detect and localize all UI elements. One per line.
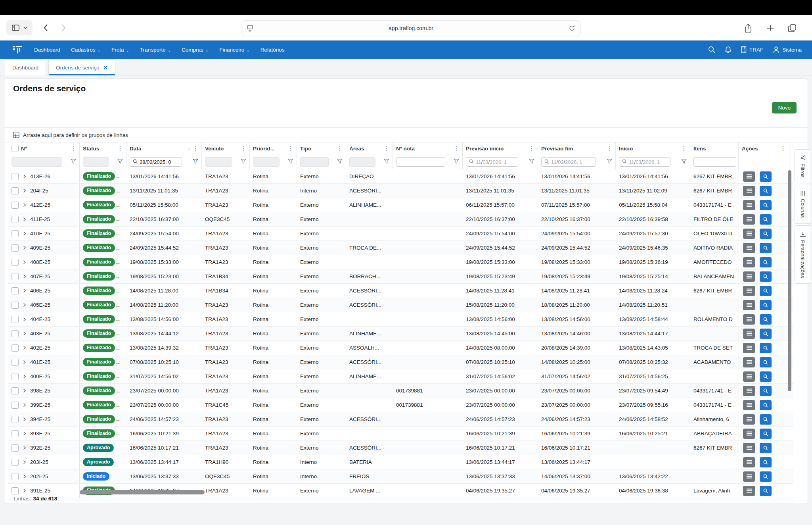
row-menu-button[interactable] [743, 343, 755, 353]
column-header-no[interactable]: Nº⋮ [8, 142, 80, 154]
column-header-nota[interactable]: Nº nota⋮ [393, 142, 463, 154]
row-menu-button[interactable] [743, 286, 755, 296]
filter-funnel-icon[interactable] [117, 158, 123, 165]
filter-funnel-icon[interactable] [337, 158, 343, 165]
row-menu-button[interactable] [743, 414, 755, 425]
row-menu-button[interactable] [743, 271, 755, 282]
dock-tab-filtros[interactable]: Filtros [795, 149, 810, 183]
column-menu-icon[interactable]: ⋮ [780, 145, 786, 152]
notifications-bell-icon[interactable] [725, 46, 732, 54]
column-menu-icon[interactable]: ⋮ [607, 145, 612, 152]
row-menu-button[interactable] [743, 243, 755, 253]
row-checkbox[interactable] [11, 473, 19, 480]
row-checkbox[interactable] [11, 344, 19, 352]
new-order-button[interactable]: Novo [772, 102, 797, 113]
row-menu-button[interactable] [743, 200, 755, 210]
filter-funnel-icon[interactable] [71, 158, 76, 165]
row-view-button[interactable] [760, 357, 772, 367]
expand-chevron-icon[interactable] [22, 303, 27, 307]
filter-funnel-icon[interactable] [529, 158, 534, 165]
row-menu-button[interactable] [743, 443, 755, 453]
row-menu-button[interactable] [743, 429, 755, 439]
vertical-scrollbar[interactable] [788, 170, 791, 391]
dock-tab-personalizacoes[interactable]: Personalizações [795, 225, 810, 284]
row-checkbox[interactable] [11, 416, 19, 423]
tab-dashboard[interactable]: Dashboard [5, 59, 46, 75]
filter-input-inicio[interactable]: 11/03/2026, 1 [619, 157, 670, 167]
column-menu-icon[interactable]: ⋮ [193, 145, 198, 152]
table-row[interactable]: 203I-25Aprovado13/06/2025 13:44:17TRA1H9… [8, 455, 793, 469]
row-view-button[interactable] [760, 214, 772, 225]
column-header-acoes[interactable]: Ações⋮ [739, 142, 789, 154]
table-row[interactable]: 393E-25Finalizado..16/06/2025 10:21:39TR… [8, 427, 793, 441]
table-row[interactable]: 406E-25Finalizado..14/08/2025 11:28:00TR… [8, 284, 793, 298]
column-menu-icon[interactable]: ⋮ [288, 145, 293, 152]
row-view-button[interactable] [760, 286, 772, 296]
nav-item-compras[interactable]: Compras⌄ [182, 47, 209, 53]
expand-chevron-icon[interactable] [22, 246, 27, 250]
column-menu-icon[interactable]: ⋮ [117, 145, 123, 152]
column-header-itens[interactable]: Itens [690, 142, 739, 154]
table-row[interactable]: 413E-26Finalizado..13/01/2026 14:41:56TR… [8, 169, 793, 184]
row-checkbox[interactable] [11, 173, 19, 180]
expand-chevron-icon[interactable] [22, 417, 27, 421]
nav-item-transporte[interactable]: Transporte⌄ [140, 47, 171, 53]
table-row[interactable]: 412E-25Finalizado..05/11/2025 15:58:00TR… [8, 198, 793, 212]
table-row[interactable]: 400E-25Finalizado..31/07/2025 14:56:02TR… [8, 369, 793, 384]
expand-chevron-icon[interactable] [22, 403, 27, 407]
row-menu-button[interactable] [743, 257, 755, 267]
search-icon[interactable] [708, 46, 715, 53]
table-row[interactable]: 202I-25Iniciado13/06/2025 13:37:33OQE3C4… [8, 469, 793, 484]
expand-chevron-icon[interactable] [22, 174, 27, 179]
row-menu-button[interactable] [743, 471, 755, 482]
column-menu-icon[interactable]: ⋮ [384, 145, 389, 152]
filter-input-itens[interactable] [693, 157, 736, 167]
table-row[interactable]: 394E-25Finalizado..24/06/2025 14:57:23TR… [8, 412, 793, 427]
column-header-inicio[interactable]: Início⋮ [616, 142, 690, 154]
org-switcher[interactable]: TRAF [741, 46, 763, 53]
table-row[interactable]: 403E-25Finalizado..13/08/2025 14:44:12TR… [8, 327, 793, 341]
row-menu-button[interactable] [743, 229, 755, 239]
back-icon[interactable] [44, 24, 48, 31]
active-filter-funnel-icon[interactable] [193, 158, 198, 165]
filter-input-prev_fim[interactable]: 11/03/2026, 1 [541, 157, 596, 167]
row-view-button[interactable] [760, 171, 772, 182]
row-view-button[interactable] [760, 186, 772, 196]
filter-input-prev_inicio[interactable]: 11/03/2026, 1 [466, 157, 518, 167]
filter-funnel-icon[interactable] [454, 158, 459, 165]
row-view-button[interactable] [760, 229, 772, 239]
traflog-logo-icon[interactable] [12, 44, 24, 56]
row-menu-button[interactable] [743, 371, 755, 382]
table-row[interactable]: 399E-25Finalizado..23/07/2025 00:00:00TR… [8, 398, 793, 412]
sort-desc-icon[interactable]: ↓ [188, 146, 190, 152]
page-preview-icon[interactable] [247, 25, 253, 32]
row-menu-button[interactable] [743, 357, 755, 367]
nav-item-relatorios[interactable]: Relatórios [260, 47, 285, 53]
column-header-prev_fim[interactable]: Previsão fim⋮ [538, 142, 616, 154]
row-menu-button[interactable] [743, 214, 755, 225]
column-menu-icon[interactable]: ⋮ [529, 145, 534, 152]
row-checkbox[interactable] [11, 216, 19, 223]
expand-chevron-icon[interactable] [22, 488, 27, 493]
row-view-button[interactable] [760, 343, 772, 353]
table-row[interactable]: 408E-25Finalizado..19/08/2025 15:33:00TR… [8, 255, 793, 269]
expand-chevron-icon[interactable] [22, 431, 27, 436]
expand-chevron-icon[interactable] [22, 260, 27, 264]
expand-chevron-icon[interactable] [22, 360, 27, 364]
row-checkbox[interactable] [11, 302, 19, 309]
nav-item-financeiro[interactable]: Financeiro⌄ [219, 47, 249, 53]
sidebar-toggle-button[interactable] [6, 20, 33, 35]
row-view-button[interactable] [760, 457, 772, 467]
row-view-button[interactable] [760, 243, 772, 253]
row-checkbox[interactable] [11, 459, 19, 466]
user-menu[interactable]: Sistema [773, 46, 802, 53]
row-checkbox[interactable] [11, 402, 19, 409]
column-menu-icon[interactable]: ⋮ [681, 145, 687, 152]
column-menu-icon[interactable]: ⋮ [241, 145, 246, 152]
filter-funnel-icon[interactable] [681, 158, 687, 165]
row-checkbox[interactable] [11, 244, 19, 252]
select-all-checkbox[interactable] [11, 145, 19, 152]
row-view-button[interactable] [760, 414, 772, 425]
row-checkbox[interactable] [11, 330, 19, 337]
row-view-button[interactable] [760, 271, 772, 282]
